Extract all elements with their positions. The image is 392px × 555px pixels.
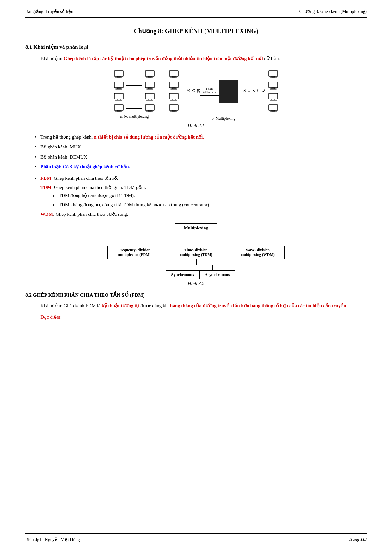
bullet-list: Trong hệ thống ghép kênh, n thiết bị chi… <box>35 133 367 171</box>
computer-icon <box>267 70 279 79</box>
dash-item-tdm: TDM: Ghép kênh phân chia theo thời gian.… <box>35 184 367 209</box>
fig82-top-box: Multiplexing <box>175 223 217 233</box>
concept-prefix: + Khái niệm: <box>37 56 64 61</box>
dash-item-fdm: FDM: Ghép kênh phân chia theo tần số. <box>35 174 367 183</box>
computer-icon <box>168 81 180 90</box>
svg-rect-11 <box>147 89 153 89</box>
svg-rect-35 <box>171 111 177 112</box>
computer-icon <box>168 93 180 102</box>
svg-rect-29 <box>171 89 177 89</box>
header-left: Bài giảng: Truyền số liệu <box>25 9 73 14</box>
fig1-label-b: b. Multiplexing <box>212 116 236 121</box>
svg-rect-5 <box>147 77 153 78</box>
computer-icon <box>267 104 279 113</box>
svg-rect-9 <box>145 82 154 88</box>
svg-rect-42 <box>269 93 278 99</box>
computer-icon <box>168 104 180 113</box>
svg-rect-0 <box>114 71 123 76</box>
section1-title: 8.1 Khái niệm và phân loại <box>25 44 367 50</box>
svg-rect-39 <box>269 82 278 88</box>
computer-icon <box>144 104 156 113</box>
mux-label: MUX <box>186 89 201 93</box>
section2-feature: + Đặc điểm: <box>25 313 367 321</box>
svg-rect-30 <box>169 93 178 99</box>
page-header: Bài giảng: Truyền số liệu Chương 8: Ghép… <box>25 0 367 18</box>
footer-left: Biên dịch: Nguyễn Việt Hùng <box>25 537 80 542</box>
bullet-item-4: Phân loại: Có 3 kỹ thuật ghép kênh cơ bả… <box>35 163 367 171</box>
chapter-title: Chương 8: GHÉP KÊNH (MULTIPLEXING) <box>25 27 367 35</box>
page-footer: Biên dịch: Nguyễn Việt Hùng Trang 113 <box>25 533 367 549</box>
svg-rect-6 <box>114 82 123 88</box>
computer-icon <box>168 70 180 79</box>
computer-icon <box>267 93 279 102</box>
section2-concept: + Khái niệm: Ghép kênh FDM là kỹ thuật t… <box>25 302 367 310</box>
svg-rect-23 <box>147 111 153 112</box>
computer-icon <box>144 81 156 90</box>
svg-rect-36 <box>269 71 278 76</box>
svg-rect-27 <box>169 82 178 88</box>
svg-rect-44 <box>270 100 276 101</box>
svg-rect-38 <box>270 77 276 78</box>
svg-rect-41 <box>270 89 276 89</box>
svg-rect-33 <box>169 105 178 110</box>
dash-item-wdm: WDM: Ghép kênh phân chia theo bước sóng. <box>35 210 367 219</box>
computer-icon <box>144 93 156 102</box>
tdm-sublist: TDM đồng bộ (còn được gọi là TDM). TDM k… <box>53 192 367 209</box>
svg-rect-32 <box>171 100 177 101</box>
concept-paragraph: + Khái niệm: Ghép kênh là tập các kỹ thu… <box>25 55 367 63</box>
svg-rect-14 <box>116 100 122 101</box>
svg-rect-45 <box>269 105 278 110</box>
header-right: Chương 8: Ghép kênh (Multiplexing) <box>299 9 367 14</box>
svg-rect-15 <box>145 93 154 99</box>
svg-rect-18 <box>114 105 123 110</box>
figure-8-1: a. No multiplexing <box>25 68 367 121</box>
figure-8-2: Multiplexing Frequency- division multipl… <box>25 223 367 279</box>
feature-prefix: + Đặc điểm: <box>37 315 62 320</box>
fig82-fdm-box: Frequency- division multiplexing (FDM) <box>107 246 161 259</box>
sub-tdm1: TDM đồng bộ (còn được gọi là TDM). <box>53 192 367 200</box>
svg-rect-3 <box>145 71 154 76</box>
computer-icon <box>113 81 125 90</box>
bullet-item-3: Bộ phân kênh: DEMUX <box>35 153 367 161</box>
bullet-item-1: Trong hệ thống ghép kênh, n thiết bị chi… <box>35 133 367 141</box>
computer-icon <box>113 104 125 113</box>
s2-concept-middle: được dùng khi <box>139 303 170 308</box>
s2-concept-underline: Ghép kênh FDM là <box>64 303 101 308</box>
footer-right: Trang 113 <box>349 537 367 542</box>
s2-concept-prefix: + Khái niệm: <box>37 303 64 308</box>
section2-title: 8.2 GHÉP KÊNH PHÂN CHIA THEO TẦN SỐ (FDM… <box>25 292 367 298</box>
computer-icon <box>267 81 279 90</box>
path-label: 1 path4 Channels <box>203 87 216 94</box>
svg-rect-17 <box>147 100 153 101</box>
bullet-item-2: Bộ ghép kênh: MUX <box>35 143 367 151</box>
fig82-sync-box: Synchronous <box>166 270 199 279</box>
svg-rect-2 <box>116 77 122 78</box>
s2-concept-bold2: băng thông của đường truyền lớn hơn băng… <box>170 303 346 308</box>
svg-rect-8 <box>116 89 122 89</box>
dash-list: FDM: Ghép kênh phân chia theo tần số. TD… <box>35 174 367 219</box>
fig82-async-box: Asynchronous <box>199 270 235 279</box>
svg-rect-12 <box>114 93 123 99</box>
svg-rect-24 <box>169 71 178 76</box>
fig82-wdm-box: Wave- division multiplexing (WDM) <box>231 246 285 259</box>
computer-icon <box>144 70 156 79</box>
concept-suffix: dữ liệu. <box>263 56 280 61</box>
fig82-tdm-box: Time- division multiplexing (TDM) <box>169 246 223 259</box>
sub-tdm2: TDM không đồng bộ, còn gọi là TDM thống … <box>53 201 367 209</box>
svg-rect-26 <box>171 77 177 78</box>
fig1-label-a: a. No multiplexing <box>120 114 149 119</box>
s2-concept-suffix: . <box>346 303 347 308</box>
page: Bài giảng: Truyền số liệu Chương 8: Ghép… <box>0 0 392 555</box>
fig1-caption: Hình 8.1 <box>25 123 367 128</box>
computer-icon <box>113 93 125 102</box>
svg-rect-47 <box>270 111 276 112</box>
fig2-caption: Hình 8.2 <box>25 281 367 286</box>
s2-concept-bold1: kỹ thuật tương tự <box>101 303 139 308</box>
concept-bold: Ghép kênh là tập các kỹ thuật cho phép t… <box>64 56 263 61</box>
svg-rect-20 <box>116 111 122 112</box>
svg-rect-21 <box>145 105 154 110</box>
computer-icon <box>113 70 125 79</box>
